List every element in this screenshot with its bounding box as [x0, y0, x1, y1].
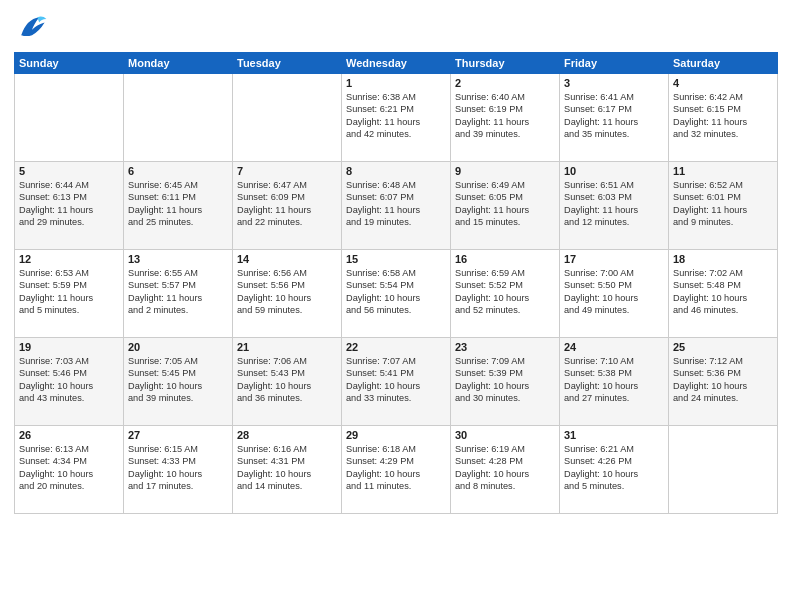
cell-text: Sunrise: 6:19 AMSunset: 4:28 PMDaylight:…: [455, 443, 555, 493]
day-number: 21: [237, 341, 337, 353]
cell-line: Sunrise: 7:12 AM: [673, 355, 773, 367]
header: [14, 10, 778, 46]
day-cell: 28Sunrise: 6:16 AMSunset: 4:31 PMDayligh…: [233, 426, 342, 514]
day-number: 18: [673, 253, 773, 265]
cell-line: and 27 minutes.: [564, 392, 664, 404]
day-number: 8: [346, 165, 446, 177]
cell-line: Sunset: 4:31 PM: [237, 455, 337, 467]
cell-line: and 17 minutes.: [128, 480, 228, 492]
cell-line: Sunset: 5:45 PM: [128, 367, 228, 379]
cell-line: Daylight: 10 hours: [673, 380, 773, 392]
cell-line: Sunrise: 6:53 AM: [19, 267, 119, 279]
day-number: 23: [455, 341, 555, 353]
cell-text: Sunrise: 7:12 AMSunset: 5:36 PMDaylight:…: [673, 355, 773, 405]
day-cell: 5Sunrise: 6:44 AMSunset: 6:13 PMDaylight…: [15, 162, 124, 250]
cell-text: Sunrise: 6:44 AMSunset: 6:13 PMDaylight:…: [19, 179, 119, 229]
day-number: 12: [19, 253, 119, 265]
cell-line: Sunset: 6:05 PM: [455, 191, 555, 203]
day-cell: 16Sunrise: 6:59 AMSunset: 5:52 PMDayligh…: [451, 250, 560, 338]
cell-line: and 5 minutes.: [19, 304, 119, 316]
cell-line: and 46 minutes.: [673, 304, 773, 316]
day-number: 28: [237, 429, 337, 441]
cell-line: Sunrise: 6:40 AM: [455, 91, 555, 103]
cell-line: Sunset: 5:56 PM: [237, 279, 337, 291]
day-number: 31: [564, 429, 664, 441]
cell-text: Sunrise: 6:58 AMSunset: 5:54 PMDaylight:…: [346, 267, 446, 317]
cell-line: Daylight: 10 hours: [19, 468, 119, 480]
day-number: 29: [346, 429, 446, 441]
cell-line: Sunrise: 6:15 AM: [128, 443, 228, 455]
cell-line: Sunrise: 6:55 AM: [128, 267, 228, 279]
day-cell: 10Sunrise: 6:51 AMSunset: 6:03 PMDayligh…: [560, 162, 669, 250]
cell-line: Sunrise: 6:52 AM: [673, 179, 773, 191]
day-cell: 25Sunrise: 7:12 AMSunset: 5:36 PMDayligh…: [669, 338, 778, 426]
cell-text: Sunrise: 6:51 AMSunset: 6:03 PMDaylight:…: [564, 179, 664, 229]
logo: [14, 10, 52, 46]
day-cell: [15, 74, 124, 162]
cell-line: Daylight: 11 hours: [455, 116, 555, 128]
cell-text: Sunrise: 6:47 AMSunset: 6:09 PMDaylight:…: [237, 179, 337, 229]
cell-line: and 2 minutes.: [128, 304, 228, 316]
day-number: 9: [455, 165, 555, 177]
cell-line: and 32 minutes.: [673, 128, 773, 140]
cell-text: Sunrise: 6:15 AMSunset: 4:33 PMDaylight:…: [128, 443, 228, 493]
cell-line: Sunrise: 6:44 AM: [19, 179, 119, 191]
cell-line: and 39 minutes.: [455, 128, 555, 140]
cell-line: Sunrise: 6:48 AM: [346, 179, 446, 191]
cell-line: and 20 minutes.: [19, 480, 119, 492]
cell-line: and 52 minutes.: [455, 304, 555, 316]
cell-line: Sunrise: 6:18 AM: [346, 443, 446, 455]
cell-line: and 29 minutes.: [19, 216, 119, 228]
cell-line: Sunrise: 6:59 AM: [455, 267, 555, 279]
cell-line: and 25 minutes.: [128, 216, 228, 228]
cell-text: Sunrise: 7:02 AMSunset: 5:48 PMDaylight:…: [673, 267, 773, 317]
cell-line: Daylight: 11 hours: [128, 292, 228, 304]
cell-line: Sunrise: 6:21 AM: [564, 443, 664, 455]
cell-line: Sunrise: 6:13 AM: [19, 443, 119, 455]
cell-text: Sunrise: 6:49 AMSunset: 6:05 PMDaylight:…: [455, 179, 555, 229]
cell-line: Daylight: 10 hours: [564, 380, 664, 392]
day-cell: 8Sunrise: 6:48 AMSunset: 6:07 PMDaylight…: [342, 162, 451, 250]
day-number: 13: [128, 253, 228, 265]
cell-text: Sunrise: 6:48 AMSunset: 6:07 PMDaylight:…: [346, 179, 446, 229]
cell-line: Sunset: 5:57 PM: [128, 279, 228, 291]
day-number: 30: [455, 429, 555, 441]
cell-line: Sunset: 6:17 PM: [564, 103, 664, 115]
cell-line: Sunrise: 6:45 AM: [128, 179, 228, 191]
cell-line: Sunset: 5:46 PM: [19, 367, 119, 379]
cell-line: Sunset: 6:11 PM: [128, 191, 228, 203]
day-cell: 30Sunrise: 6:19 AMSunset: 4:28 PMDayligh…: [451, 426, 560, 514]
day-cell: 29Sunrise: 6:18 AMSunset: 4:29 PMDayligh…: [342, 426, 451, 514]
cell-line: Sunrise: 7:00 AM: [564, 267, 664, 279]
cell-line: Daylight: 10 hours: [455, 292, 555, 304]
cell-line: Sunset: 4:26 PM: [564, 455, 664, 467]
day-cell: 21Sunrise: 7:06 AMSunset: 5:43 PMDayligh…: [233, 338, 342, 426]
cell-line: Sunset: 6:15 PM: [673, 103, 773, 115]
cell-line: Sunrise: 6:38 AM: [346, 91, 446, 103]
day-cell: 1Sunrise: 6:38 AMSunset: 6:21 PMDaylight…: [342, 74, 451, 162]
cell-line: Daylight: 10 hours: [237, 292, 337, 304]
cell-line: Sunset: 5:36 PM: [673, 367, 773, 379]
cell-line: Daylight: 11 hours: [564, 116, 664, 128]
week-row-4: 19Sunrise: 7:03 AMSunset: 5:46 PMDayligh…: [15, 338, 778, 426]
day-cell: 15Sunrise: 6:58 AMSunset: 5:54 PMDayligh…: [342, 250, 451, 338]
cell-line: Sunrise: 6:42 AM: [673, 91, 773, 103]
cell-line: and 8 minutes.: [455, 480, 555, 492]
cell-text: Sunrise: 6:40 AMSunset: 6:19 PMDaylight:…: [455, 91, 555, 141]
cell-line: Sunset: 5:50 PM: [564, 279, 664, 291]
day-cell: 20Sunrise: 7:05 AMSunset: 5:45 PMDayligh…: [124, 338, 233, 426]
day-cell: 11Sunrise: 6:52 AMSunset: 6:01 PMDayligh…: [669, 162, 778, 250]
day-number: 22: [346, 341, 446, 353]
day-cell: 23Sunrise: 7:09 AMSunset: 5:39 PMDayligh…: [451, 338, 560, 426]
cell-line: Sunrise: 6:16 AM: [237, 443, 337, 455]
cell-text: Sunrise: 6:53 AMSunset: 5:59 PMDaylight:…: [19, 267, 119, 317]
day-number: 10: [564, 165, 664, 177]
cell-line: and 5 minutes.: [564, 480, 664, 492]
day-number: 15: [346, 253, 446, 265]
day-cell: 19Sunrise: 7:03 AMSunset: 5:46 PMDayligh…: [15, 338, 124, 426]
cell-line: Sunset: 4:28 PM: [455, 455, 555, 467]
cell-line: Daylight: 10 hours: [237, 380, 337, 392]
weekday-saturday: Saturday: [669, 53, 778, 74]
cell-line: Daylight: 10 hours: [673, 292, 773, 304]
week-row-2: 5Sunrise: 6:44 AMSunset: 6:13 PMDaylight…: [15, 162, 778, 250]
